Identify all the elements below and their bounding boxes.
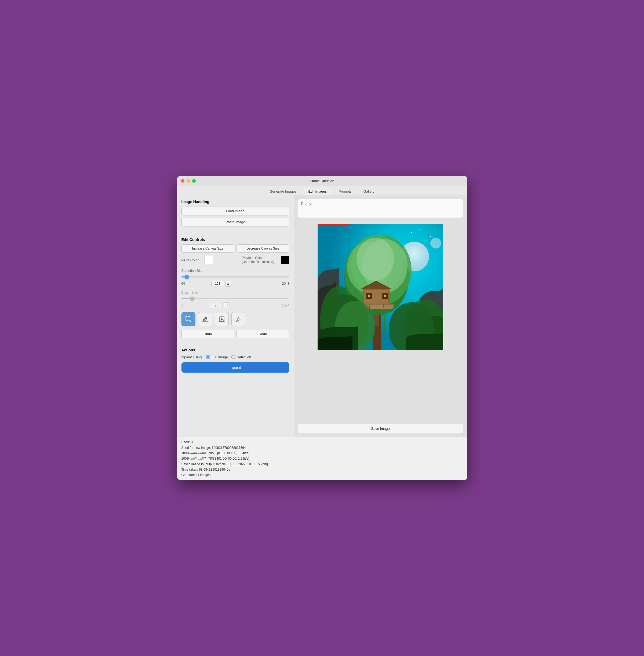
redo-button[interactable]: Redo: [236, 330, 290, 338]
load-image-button[interactable]: Load Image: [182, 206, 290, 215]
close-button[interactable]: [181, 179, 184, 183]
selection-size-thumb[interactable]: [185, 275, 189, 279]
selection-max: 2048: [282, 282, 290, 286]
svg-point-38: [368, 295, 370, 297]
inpaint-using-row: Inpaint Using Full Image Selection: [182, 355, 290, 359]
titlebar: Stable Diffusion: [177, 176, 467, 186]
tabbar: Generate Images Edit Images Prompts Gall…: [177, 186, 467, 195]
divider-1: [182, 234, 290, 234]
status-line-2: Seed for new image: 6909317780968637564: [182, 445, 463, 451]
svg-point-5: [411, 232, 412, 233]
svg-point-13: [430, 238, 441, 248]
svg-point-25: [356, 238, 394, 281]
inpaint-button[interactable]: Inpaint: [182, 363, 290, 373]
undo-redo-row: Undo Redo: [182, 330, 290, 338]
fill-tool-button[interactable]: [231, 312, 245, 326]
treehouse-svg: [318, 224, 443, 350]
generated-image: [318, 224, 443, 350]
tab-edit-images[interactable]: Edit Images: [303, 188, 332, 195]
image-handling-section: Image Handling Load Image Paste Image: [182, 200, 290, 228]
paste-image-button[interactable]: Paste Image: [182, 218, 290, 226]
selection-mid-group: 128 ↺: [211, 281, 231, 287]
radio-group: Full Image Selection: [206, 355, 251, 359]
paint-color-swatch[interactable]: [205, 256, 213, 264]
paint-color-label: Paint Color: [182, 258, 200, 262]
svg-point-39: [384, 295, 386, 297]
actions-section: Actions Inpaint Using Full Image Selecti…: [182, 348, 290, 373]
status-line-7: Time taken: 63.68413901329040s: [182, 467, 463, 472]
svg-point-6: [419, 229, 420, 230]
right-panel: Save Image: [294, 195, 467, 437]
svg-point-7: [430, 236, 431, 237]
prev-color-swatch[interactable]: [281, 256, 290, 264]
radio-selection-circle: [231, 355, 235, 359]
inpaint-using-label: Inpaint Using: [182, 355, 202, 359]
selection-size-input[interactable]: 128: [211, 281, 224, 286]
window-controls: [181, 179, 196, 183]
brush-max: 1024: [282, 304, 290, 307]
brush-size-values: 1 96 ↺ 1024: [182, 303, 290, 308]
svg-point-9: [398, 228, 398, 228]
brush-reset-button[interactable]: ↺: [224, 303, 230, 308]
brush-mid-group: 96 ↺: [210, 303, 230, 308]
statusbar: Seed: -1 Seed for new image: 69093177809…: [177, 437, 467, 480]
brush-size-input[interactable]: 96: [210, 303, 223, 308]
window-title: Stable Diffusion: [310, 179, 334, 183]
selection-min: 64: [182, 282, 185, 286]
edit-controls-section: Edit Controls Increase Canvas Size Decre…: [182, 238, 290, 343]
radio-full-label: Full Image: [211, 355, 228, 359]
save-image-button[interactable]: Save Image: [298, 424, 463, 433]
selection-reset-button[interactable]: ↺: [225, 281, 231, 287]
actions-title: Actions: [182, 348, 290, 352]
color-row: Paint Color Previous Color(Used for fill…: [182, 256, 290, 264]
svg-point-8: [441, 231, 441, 231]
selection-size-section: Selection Size 64 128 ↺ 2048: [182, 269, 290, 287]
status-line-8: Generated 1 images: [182, 472, 463, 478]
selection-size-label: Selection Size: [182, 269, 290, 273]
selection-size-values: 64 128 ↺ 2048: [182, 281, 290, 287]
edit-image-tool-button[interactable]: [215, 312, 229, 326]
minimize-button[interactable]: [187, 179, 190, 183]
main-content: Image Handling Load Image Paste Image Ed…: [177, 195, 467, 437]
prev-color-group: Previous Color(Used for fill exclusion): [242, 256, 274, 264]
radio-selection[interactable]: Selection: [231, 355, 251, 359]
prev-color-label: Previous Color(Used for fill exclusion): [242, 256, 274, 264]
radio-full-circle: [206, 355, 210, 359]
tab-prompts[interactable]: Prompts: [333, 188, 357, 195]
left-panel: Image Handling Load Image Paste Image Ed…: [177, 195, 294, 437]
status-line-5: 100%|#########| 78/78 [01:00<00:00, 1.29…: [182, 456, 463, 461]
decrease-canvas-button[interactable]: Decrease Canvas Size: [236, 244, 290, 253]
status-line-1: Seed: -1: [182, 439, 463, 445]
save-btn-container: Save Image: [298, 421, 463, 433]
undo-button[interactable]: Undo: [182, 330, 234, 338]
brush-size-section: Brush Size 1 96 ↺ 1024: [182, 290, 290, 308]
status-line-6: Saved image to: output/sample_01_10_2022…: [182, 461, 463, 467]
canvas-size-buttons: Increase Canvas Size Decrease Canvas Siz…: [182, 244, 290, 253]
brush-min: 1: [182, 304, 183, 307]
selection-tool-button[interactable]: [182, 312, 196, 326]
edit-controls-title: Edit Controls: [182, 238, 290, 242]
prompt-input[interactable]: [298, 199, 463, 218]
tab-gallery[interactable]: Gallery: [358, 188, 380, 195]
radio-full-image[interactable]: Full Image: [206, 355, 228, 359]
increase-canvas-button[interactable]: Increase Canvas Size: [182, 244, 234, 253]
brush-size-label: Brush Size: [182, 290, 290, 294]
eraser-tool-button[interactable]: [198, 312, 212, 326]
image-container: [298, 222, 463, 421]
tab-generate-images[interactable]: Generate Images: [264, 188, 302, 195]
app-window: Stable Diffusion Generate Images Edit Im…: [177, 176, 467, 480]
tools-row: [182, 312, 290, 326]
maximize-button[interactable]: [192, 179, 196, 183]
brush-size-thumb[interactable]: [190, 297, 194, 301]
radio-selection-label: Selection: [237, 355, 251, 359]
status-line-4: 100%|#########| 78/78 [01:00<00:00, 1.64…: [182, 451, 463, 456]
image-handling-title: Image Handling: [182, 200, 290, 204]
